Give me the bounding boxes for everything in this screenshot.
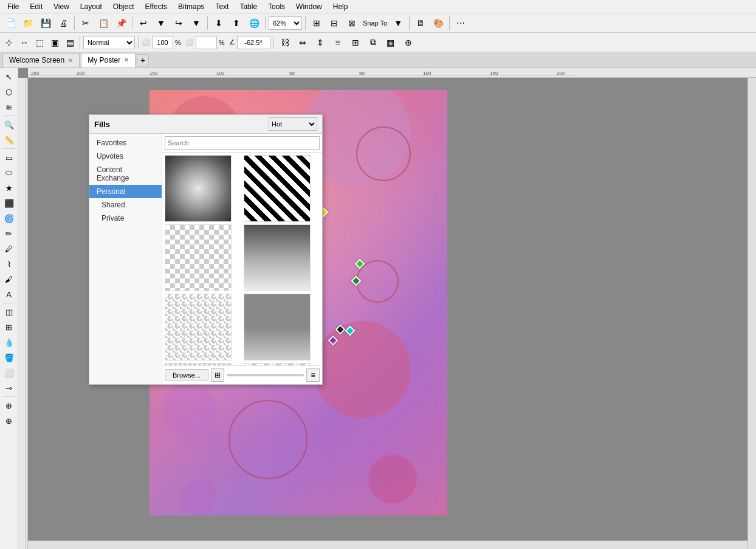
menu-bitmaps[interactable]: Bitmaps [173, 1, 209, 12]
snap-to-btn[interactable]: ▼ [390, 15, 406, 31]
fills-search-input[interactable] [165, 136, 320, 150]
tab-poster[interactable]: My Poster ✕ [81, 53, 136, 67]
snap-guide-btn[interactable]: ⊠ [344, 15, 360, 31]
pen-tool[interactable]: 🖊 [2, 241, 16, 256]
menu-edit[interactable]: Edit [25, 1, 47, 12]
menu-text[interactable]: Text [210, 1, 233, 12]
fill-item-soft-gray[interactable] [244, 294, 311, 361]
ellipse-tool[interactable]: ⬭ [2, 165, 16, 180]
opacity-input[interactable] [152, 36, 173, 49]
order-btn[interactable]: ⧉ [365, 35, 381, 50]
fills-category-select[interactable]: HotTop RatedNew [269, 117, 317, 131]
menu-file[interactable]: File [2, 1, 24, 12]
eraser-tool[interactable]: ⬜ [2, 365, 16, 380]
scrollbar-vertical[interactable] [747, 78, 756, 549]
gradient-tool[interactable]: ◫ [2, 305, 16, 319]
menu-tools[interactable]: Tools [263, 1, 290, 12]
fills-browse-button[interactable]: Browse... [165, 369, 208, 381]
cut-button[interactable]: ✂ [78, 15, 94, 31]
menu-effects[interactable]: Effects [140, 1, 172, 12]
flip-v-btn[interactable]: ⇕ [312, 35, 328, 50]
menu-view[interactable]: View [49, 1, 74, 12]
group-btn[interactable]: ▣ [48, 36, 61, 49]
tab-poster-close[interactable]: ✕ [124, 57, 129, 63]
zoom2-tool[interactable]: ⊕ [2, 413, 16, 428]
fills-size-slider[interactable] [227, 374, 304, 376]
copy-button[interactable]: 📋 [95, 15, 111, 31]
node-tool[interactable]: ⬡ [2, 85, 16, 99]
menu-help[interactable]: Help [328, 1, 353, 12]
fills-nav-content-exchange[interactable]: Content Exchange [89, 163, 162, 185]
bezier-tool[interactable]: ⌇ [2, 257, 16, 271]
menu-window[interactable]: Window [291, 1, 327, 12]
view-btn[interactable]: 🖥 [413, 15, 428, 31]
text-tool[interactable]: A [2, 287, 16, 302]
flip-h-btn[interactable]: ⇔ [295, 35, 311, 50]
zoom-tool[interactable]: 🔍 [2, 117, 16, 132]
star-tool[interactable]: ★ [2, 181, 16, 195]
redo-button[interactable]: ↪ [171, 15, 187, 31]
position-btn[interactable]: ↔ [18, 36, 31, 49]
scrollbar-horizontal[interactable] [28, 540, 747, 549]
group2-btn[interactable]: ▦ [383, 35, 399, 50]
fills-nav-personal[interactable]: Personal [89, 185, 162, 198]
canvas-container[interactable]: 250 200 150 100 50 50 100 150 200 [18, 68, 756, 549]
fills-nav-upvotes[interactable]: Upvotes [89, 150, 162, 163]
select-btn[interactable]: ⬚ [33, 36, 46, 49]
mesh-tool[interactable]: ⊞ [2, 320, 16, 334]
align-btn[interactable]: ≡ [330, 35, 346, 50]
fill-item-radial-silver[interactable] [165, 155, 232, 222]
save-as-button[interactable]: 🖨 [55, 15, 71, 31]
lock-ratio-btn[interactable]: ⛓ [277, 35, 293, 50]
tweak-tool[interactable]: ≋ [2, 100, 16, 114]
fill-input[interactable] [196, 36, 217, 49]
fills-list-view-btn[interactable]: ≡ [306, 368, 320, 382]
undo-arrow[interactable]: ▼ [153, 15, 169, 31]
zoom-select[interactable]: 62%100%50% [269, 16, 302, 30]
dropper-tool[interactable]: 💧 [2, 335, 16, 350]
dist-btn[interactable]: ⊞ [348, 35, 363, 50]
new-tab-button[interactable]: + [137, 54, 149, 66]
import-button[interactable]: ⬇ [211, 15, 227, 31]
fill-item-checker2[interactable] [165, 294, 232, 361]
ungroup-btn[interactable]: ▤ [63, 36, 77, 49]
menu-object[interactable]: Object [108, 1, 139, 12]
paint-tool[interactable]: 🖌 [2, 272, 16, 286]
fill-item-checker4[interactable] [244, 363, 311, 365]
tab-welcome[interactable]: Welcome Screen ✕ [2, 53, 80, 67]
fills-grid-view-btn[interactable]: ⊞ [211, 368, 224, 382]
transform-btn[interactable]: ⊹ [2, 36, 16, 49]
redo-arrow[interactable]: ▼ [188, 15, 204, 31]
blend-mode-select[interactable]: NormalMultiplyScreen [83, 36, 135, 49]
undo-button[interactable]: ↩ [136, 15, 151, 31]
color-btn[interactable]: 🎨 [430, 15, 446, 31]
more-btn[interactable]: ⋯ [453, 15, 469, 31]
spiral-tool[interactable]: 🌀 [2, 211, 16, 226]
more2-btn[interactable]: ⊕ [400, 35, 416, 50]
open-button[interactable]: 📁 [20, 15, 36, 31]
select-tool[interactable]: ↖ [2, 69, 16, 84]
measure-tool[interactable]: 📏 [2, 133, 16, 147]
fill-item-checker1[interactable] [165, 224, 232, 291]
fill-item-gray-gradient[interactable] [244, 224, 311, 291]
snap-grid-btn[interactable]: ⊟ [326, 15, 342, 31]
fill-item-checker3[interactable] [165, 363, 232, 365]
new-button[interactable]: 📄 [2, 15, 18, 31]
rect-tool[interactable]: ▭ [2, 150, 16, 165]
fills-nav-private[interactable]: Private [89, 212, 162, 225]
fills-nav-shared[interactable]: Shared [89, 198, 162, 212]
snap-btn[interactable]: ⊞ [309, 15, 325, 31]
fill-item-diagonal-stripes[interactable] [244, 155, 311, 222]
fills-nav-favorites[interactable]: Favorites [89, 136, 162, 150]
symbol-tool[interactable]: ⊕ [2, 398, 16, 413]
paste-button[interactable]: 📌 [113, 15, 129, 31]
fill-tool[interactable]: 🪣 [2, 350, 16, 365]
canvas[interactable]: Fills HotTop RatedNew Favorites Upvotes … [28, 78, 756, 549]
3d-box-tool[interactable]: ⬛ [2, 196, 16, 210]
angle-input[interactable] [237, 36, 270, 49]
menu-layout[interactable]: Layout [75, 1, 107, 12]
export-button[interactable]: ⬆ [229, 15, 244, 31]
publish-button[interactable]: 🌐 [246, 15, 262, 31]
save-button[interactable]: 💾 [38, 15, 53, 31]
tab-welcome-close[interactable]: ✕ [68, 57, 73, 64]
